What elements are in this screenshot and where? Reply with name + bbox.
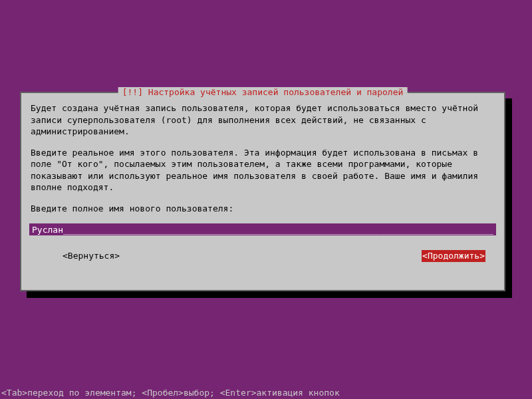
title-text: Настройка учётных записей пользователей … [148,87,404,97]
title-importance-marker: [!!] [122,87,143,97]
description-paragraph-1: Будет создана учётная запись пользовател… [31,102,495,138]
dialog-body: Будет создана учётная запись пользовател… [21,93,504,262]
input-prompt: Введите полное имя нового пользователя: [31,203,495,215]
footer-hint: <Tab>переход по элементам; <Пробел>выбор… [0,388,341,398]
back-button[interactable]: <Вернуться> [63,250,120,262]
description-paragraph-2: Введите реальное имя этого пользователя.… [31,147,495,194]
dialog-title: [!!] Настройка учётных записей пользоват… [118,87,408,97]
fullname-input[interactable]: ________________________________________… [29,223,496,235]
continue-button[interactable]: <Продолжить> [422,250,485,262]
dialog-box: [!!] Настройка учётных записей пользоват… [20,92,505,291]
input-underline: ________________________________________… [32,224,493,235]
fullname-input-value: Руслан [32,225,63,235]
button-row: <Вернуться> <Продолжить> [31,235,495,262]
